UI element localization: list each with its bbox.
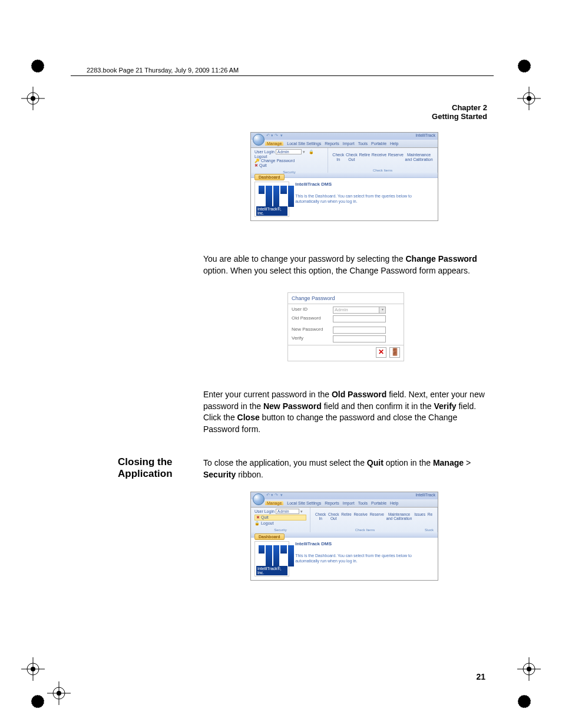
office-orb-icon[interactable] (253, 493, 265, 505)
logo-label: IntelliTrack®, Inc. (256, 566, 287, 575)
chapter-number: Chapter 2 (432, 103, 487, 112)
check-in-button[interactable]: CheckIn (332, 153, 344, 162)
old-password-input[interactable] (333, 315, 386, 322)
reserve-button[interactable]: Reserve (388, 153, 404, 162)
dashboard-title: IntelliTrack DMS (295, 182, 434, 187)
maintenance-button[interactable]: Maintenanceand Calibration (386, 512, 412, 521)
crop-mark-reg-br (517, 657, 541, 681)
office-orb-icon[interactable] (253, 134, 265, 146)
tab-reports[interactable]: Reports (325, 501, 339, 505)
receive-button[interactable]: Receive (353, 512, 367, 521)
new-password-input[interactable] (333, 327, 386, 334)
dashboard-description: This is the Dashboard. You can select fr… (295, 553, 434, 564)
group-label-security: Security (254, 528, 306, 532)
book-header: 2283.book Page 21 Thursday, July 9, 2009… (87, 67, 239, 74)
close-exit-button[interactable]: 🚪 (389, 347, 400, 358)
user-login-field[interactable]: Admin (276, 149, 302, 154)
screenshot-ribbon-2: ↶ ▾ ↷ ▾ IntelliTrack Manage Local Site S… (250, 492, 438, 581)
crop-mark-tr (507, 54, 542, 90)
dashboard-tab[interactable]: Dashboard (254, 533, 285, 540)
receive-button[interactable]: Receive (372, 153, 386, 162)
paragraph-closing-app: To close the application, you must selec… (203, 457, 486, 480)
dropdown-icon[interactable]: ▾ (379, 307, 385, 313)
screenshot-ribbon-1: ↶ ▾ ↷ ▾ IntelliTrack Manage Local Site S… (250, 132, 438, 221)
tab-local-site[interactable]: Local Site Settings (287, 501, 321, 505)
quick-access-toolbar[interactable]: ↶ ▾ ↷ ▾ (266, 133, 283, 138)
quick-access-toolbar[interactable]: ↶ ▾ ↷ ▾ (266, 493, 283, 498)
crop-mark-reg-tr (517, 87, 541, 110)
paragraph-change-password: You are able to change your password by … (203, 253, 486, 276)
app-title: IntelliTrack (415, 493, 435, 497)
app-title: IntelliTrack (415, 133, 435, 137)
retire-button[interactable]: Retire (359, 153, 370, 162)
chapter-title: Getting Started (432, 112, 487, 121)
crop-mark-reg-bl (21, 657, 45, 681)
logout-button[interactable]: Logout (261, 521, 273, 525)
ribbon-tabs: Manage Local Site Settings Reports Impor… (251, 499, 438, 508)
intellitrack-logo: IntelliTrack®, Inc. (254, 182, 289, 217)
change-password-button[interactable]: Change Password (261, 159, 295, 163)
dashboard-title: IntelliTrack DMS (295, 541, 434, 547)
logo-label: IntelliTrack®, Inc. (256, 206, 287, 216)
ribbon-tabs: Manage Local Site Settings Reports Impor… (251, 140, 438, 148)
intellitrack-logo: IntelliTrack®, Inc. (254, 541, 289, 577)
tab-tools[interactable]: Tools (358, 141, 368, 146)
dashboard-description: This is the Dashboard. You can select fr… (295, 193, 434, 204)
crop-mark-bl (20, 690, 55, 725)
tab-tools[interactable]: Tools (358, 501, 368, 505)
quit-button[interactable]: Quit (259, 163, 267, 167)
old-password-label: Old Password (292, 315, 333, 322)
section-title-closing: Closing the Application (118, 456, 194, 480)
screenshot-change-password-form: Change Password User ID Admin▾ Old Passw… (287, 292, 404, 361)
user-login-label: User Login (254, 509, 275, 513)
tab-import[interactable]: Import (343, 141, 355, 146)
crop-mark-reg-tl (21, 87, 45, 110)
verify-label: Verify (292, 335, 333, 342)
tab-portable[interactable]: Portable (371, 501, 386, 505)
tab-local-site[interactable]: Local Site Settings (287, 141, 321, 146)
cancel-button[interactable]: ✕ (376, 347, 386, 358)
change-password-title: Change Password (288, 293, 404, 304)
tab-help[interactable]: Help (390, 141, 398, 146)
user-id-input[interactable]: Admin▾ (333, 307, 386, 314)
check-out-button[interactable]: CheckOut (328, 512, 339, 521)
tab-import[interactable]: Import (343, 501, 355, 505)
tab-manage[interactable]: Manage (265, 141, 283, 146)
user-login-field[interactable]: Admin (276, 509, 299, 514)
issues-button[interactable]: Issues (414, 512, 425, 521)
quit-button-highlighted[interactable]: Quit (261, 515, 269, 519)
tab-manage[interactable]: Manage (265, 501, 283, 505)
retire-button[interactable]: Retire (341, 512, 351, 521)
reserve-button[interactable]: Reserve (370, 512, 384, 521)
tab-portable[interactable]: Portable (371, 141, 386, 146)
crop-mark-tl (20, 54, 55, 90)
page-number: 21 (476, 672, 485, 681)
check-in-button[interactable]: CheckIn (315, 512, 326, 521)
maintenance-button[interactable]: Maintenanceand Calibration (405, 153, 433, 162)
new-password-label: New Password (292, 327, 333, 334)
group-label-check-items: Check Items (332, 169, 434, 172)
chapter-header: Chapter 2 Getting Started (432, 103, 487, 121)
group-label-stock: Stock (416, 528, 434, 532)
tab-help[interactable]: Help (390, 501, 398, 505)
re-button[interactable]: Re (428, 512, 432, 521)
paragraph-password-instructions: Enter your current password in the Old P… (203, 389, 486, 435)
verify-input[interactable] (333, 335, 386, 342)
check-out-button[interactable]: CheckOut (346, 153, 358, 162)
logout-button[interactable]: Logout (254, 154, 267, 159)
user-login-label: User Login (254, 150, 275, 154)
dashboard-tab[interactable]: Dashboard (254, 174, 285, 180)
group-label-check-items: Check Items (314, 528, 416, 532)
crop-mark-br (507, 690, 542, 725)
tab-reports[interactable]: Reports (325, 141, 339, 146)
user-id-label: User ID (292, 307, 333, 314)
